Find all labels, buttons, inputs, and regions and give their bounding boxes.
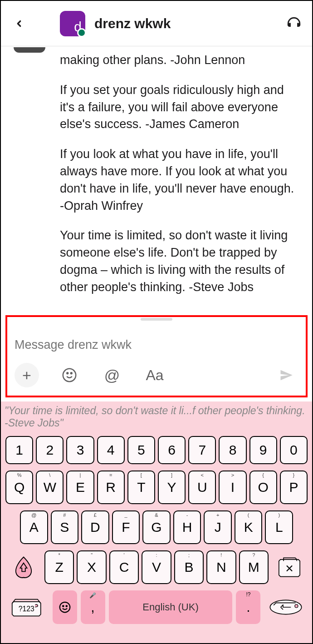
key-5[interactable]: 5: [127, 436, 155, 464]
svg-point-0: [63, 369, 76, 381]
drag-handle[interactable]: [141, 318, 172, 321]
svg-text:?123: ?123: [18, 605, 34, 613]
key-u[interactable]: <U: [188, 471, 216, 504]
svg-point-1: [67, 372, 68, 374]
emoji-button[interactable]: [57, 363, 82, 387]
key-y[interactable]: ]Y: [158, 471, 186, 504]
key-j[interactable]: +J: [204, 510, 232, 544]
keyboard-row-zxcv: *Z "X 'C :V ;B !N ?M: [5, 550, 308, 584]
keyboard-row-qwerty: %Q \W |E =R [T ]Y <U >I {O }P: [5, 471, 308, 504]
key-q[interactable]: %Q: [5, 471, 33, 504]
avatar[interactable]: d: [60, 11, 85, 36]
key-e[interactable]: |E: [66, 471, 94, 504]
key-m[interactable]: ?M: [239, 550, 269, 584]
svg-point-2: [71, 372, 72, 374]
key-2[interactable]: 2: [36, 436, 64, 464]
key-a[interactable]: @A: [20, 510, 48, 544]
key-d[interactable]: £D: [81, 510, 109, 544]
svg-point-4: [59, 602, 70, 613]
keyboard-row-numbers: 1 2 3 4 5 6 7 8 9 0: [5, 436, 308, 464]
key-h[interactable]: -H: [173, 510, 201, 544]
keyboard-row-bottom: ?123 🎤, English (UK) !?.: [5, 590, 308, 624]
format-button[interactable]: Aa: [142, 363, 167, 387]
key-f[interactable]: _F: [112, 510, 140, 544]
key-s[interactable]: #S: [51, 510, 79, 544]
header: d drenz wkwk: [1, 1, 312, 46]
keyboard-row-asdf: @A #S £D _F &G -H +J (K )L: [5, 510, 308, 544]
svg-point-6: [66, 605, 67, 607]
key-x[interactable]: "X: [77, 550, 106, 584]
key-c[interactable]: 'C: [109, 550, 139, 584]
key-i[interactable]: >I: [219, 471, 246, 504]
space-key[interactable]: English (UK): [109, 590, 233, 624]
key-9[interactable]: 9: [249, 436, 277, 464]
backspace-key[interactable]: [271, 550, 308, 584]
key-0[interactable]: 0: [280, 436, 308, 464]
shift-key[interactable]: [5, 550, 42, 584]
message-text: Your time is limited, so don't waste it …: [60, 227, 299, 296]
message-input[interactable]: [7, 325, 306, 360]
message-text: If you look at what you have in life, yo…: [60, 146, 299, 214]
mention-button[interactable]: @: [100, 363, 124, 387]
emoji-key[interactable]: [53, 590, 77, 624]
presence-indicator: [77, 28, 86, 37]
message-composer: + @ Aa: [5, 315, 308, 397]
chat-title[interactable]: drenz wkwk: [94, 16, 276, 31]
svg-point-8: [295, 604, 298, 608]
key-v[interactable]: :V: [142, 550, 171, 584]
key-o[interactable]: {O: [249, 471, 277, 504]
key-r[interactable]: =R: [97, 471, 125, 504]
key-k[interactable]: (K: [235, 510, 263, 544]
key-p[interactable]: }P: [280, 471, 308, 504]
message-text: If you set your goals ridiculously high …: [60, 82, 299, 133]
suggestion-bar[interactable]: "Your time is limited, so don't waste it…: [1, 401, 312, 432]
send-button[interactable]: [274, 363, 298, 387]
huddle-button[interactable]: [285, 15, 303, 33]
key-7[interactable]: 7: [188, 436, 216, 464]
message-list: making other plans. -John Lennon If you …: [1, 46, 312, 309]
enter-key[interactable]: [264, 590, 308, 624]
keyboard: "Your time is limited, so don't waste it…: [1, 401, 312, 643]
back-button[interactable]: [10, 15, 28, 33]
key-3[interactable]: 3: [66, 436, 94, 464]
key-t[interactable]: [T: [127, 471, 155, 504]
key-8[interactable]: 8: [219, 436, 246, 464]
key-6[interactable]: 6: [158, 436, 186, 464]
message-text: making other plans. -John Lennon: [60, 52, 299, 69]
key-b[interactable]: ;B: [174, 550, 204, 584]
key-n[interactable]: !N: [206, 550, 236, 584]
period-key[interactable]: !?.: [236, 590, 260, 624]
previous-avatar-partial: [14, 47, 45, 53]
key-4[interactable]: 4: [97, 436, 125, 464]
composer-toolbar: + @ Aa: [7, 360, 306, 394]
key-z[interactable]: *Z: [44, 550, 74, 584]
comma-key[interactable]: 🎤,: [81, 590, 105, 624]
symbols-key[interactable]: ?123: [5, 590, 49, 624]
key-l[interactable]: )L: [265, 510, 293, 544]
svg-point-5: [63, 605, 64, 607]
attach-button[interactable]: +: [15, 363, 39, 387]
key-g[interactable]: &G: [142, 510, 171, 544]
key-1[interactable]: 1: [5, 436, 33, 464]
key-w[interactable]: \W: [36, 471, 64, 504]
